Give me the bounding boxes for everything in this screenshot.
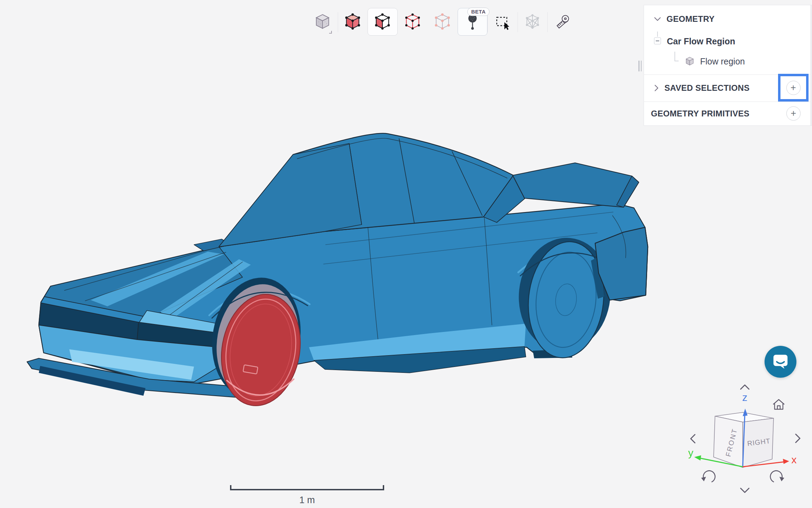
axis-z-label: z (742, 392, 748, 403)
tree-connector (674, 61, 679, 61)
roll-ccw-button[interactable] (701, 471, 715, 482)
flow-region-cube-icon (684, 56, 695, 67)
roll-cw-button[interactable] (770, 471, 784, 482)
geometry-section-header[interactable]: GEOMETRY (644, 12, 812, 26)
chevron-down-icon (654, 17, 661, 21)
scale-bar-label: 1 m (230, 495, 384, 506)
cube-faces-red-icon (343, 12, 362, 32)
tool-select-vertex-button[interactable] (427, 8, 458, 36)
plus-icon: + (791, 83, 796, 93)
car-model[interactable] (27, 133, 648, 412)
beta-badge: BETA (467, 8, 489, 16)
rotate-right-button[interactable] (796, 434, 800, 443)
tool-probe-point-button[interactable]: BETA (458, 8, 488, 36)
scale-bar-line (230, 489, 384, 490)
panel-scrollbar[interactable] (810, 5, 812, 125)
add-geometry-primitive-button[interactable]: + (786, 106, 801, 121)
cube-solid-gray-icon (313, 12, 332, 32)
rotate-left-button[interactable] (691, 435, 695, 443)
collapse-node-button[interactable] (654, 37, 661, 44)
saved-selections-header-label: SAVED SELECTIONS (664, 83, 750, 93)
axis-y-label: y (688, 447, 694, 458)
tool-select-edge-button[interactable] (398, 8, 428, 36)
tree-connector (657, 32, 658, 37)
tree-connector (674, 52, 675, 61)
selection-toolbar: BETA (308, 8, 577, 36)
focus-ring: + (778, 74, 809, 102)
tape-measure-icon (553, 12, 572, 32)
lattice-cube-icon (523, 12, 542, 32)
chevron-right-icon (654, 85, 659, 91)
rotate-up-button[interactable] (741, 385, 749, 389)
rotate-down-button[interactable] (741, 488, 749, 492)
tool-box-select-button[interactable] (487, 8, 518, 36)
tool-measure-button[interactable] (547, 8, 577, 36)
cube-face-red-icon (373, 12, 392, 32)
tool-select-face-button[interactable] (368, 8, 398, 36)
chat-bubble-icon (773, 354, 788, 369)
tool-select-assembly-button[interactable] (518, 8, 548, 36)
tree-node-flow-region[interactable]: Flow region (700, 56, 745, 67)
tool-select-volume-button[interactable] (338, 8, 368, 36)
geometry-primitives-header-label: GEOMETRY PRIMITIVES (651, 109, 749, 119)
application-window: BETA (0, 0, 812, 508)
geometry-panel: GEOMETRY Car Flow Region Flow region SAV… (644, 5, 812, 126)
scale-bar: 1 m (230, 484, 384, 507)
tree-node-car-flow-region[interactable]: Car Flow Region (667, 36, 735, 46)
axis-x-label: x (792, 454, 797, 465)
tool-solid-view-button[interactable] (308, 8, 338, 36)
marquee-cursor-icon (493, 12, 512, 32)
chat-launcher-button[interactable] (765, 346, 796, 378)
navigation-cube-widget: FRONT RIGHT z y x (682, 379, 804, 497)
add-saved-selection-button[interactable]: + (786, 81, 801, 95)
panel-drag-handle[interactable] (638, 61, 643, 71)
cube-edges-red-icon (403, 12, 422, 32)
cube-vertices-pink-icon (433, 12, 452, 32)
dropdown-corner-icon (329, 30, 332, 34)
plus-icon: + (791, 109, 796, 118)
geometry-header-label: GEOMETRY (667, 14, 715, 24)
home-view-button[interactable] (773, 400, 784, 409)
